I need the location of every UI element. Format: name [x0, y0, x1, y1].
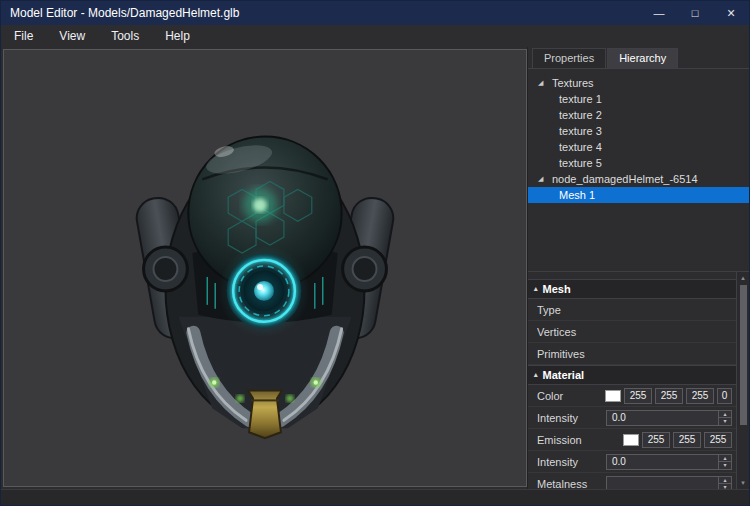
- collapse-icon: ▴: [534, 285, 538, 293]
- prop-row-vertices: Vertices: [528, 321, 736, 343]
- prop-label: Color: [537, 390, 602, 402]
- tree-item-label: Mesh 1: [559, 189, 595, 201]
- tree-item-textures[interactable]: ◢ Textures: [528, 75, 749, 91]
- tree-item-label: texture 3: [559, 125, 602, 137]
- menu-bar: File View Tools Help: [1, 25, 749, 47]
- prop-label: Metalness: [537, 478, 606, 490]
- emission-b-field[interactable]: 255: [704, 432, 732, 448]
- prop-row-color-intensity: Intensity 0.0 ▴ ▾: [528, 407, 736, 429]
- emission-intensity-field[interactable]: 0.0 ▴ ▾: [606, 454, 732, 470]
- section-material[interactable]: ▴ Material: [528, 365, 736, 385]
- menu-file[interactable]: File: [1, 25, 46, 47]
- tree-item-texture-3[interactable]: texture 3: [528, 123, 749, 139]
- status-bar: [1, 489, 749, 505]
- spin-down-icon[interactable]: ▾: [719, 484, 731, 489]
- app-window: Model Editor - Models/DamagedHelmet.glb …: [0, 0, 750, 506]
- tree-item-texture-1[interactable]: texture 1: [528, 91, 749, 107]
- prop-row-color: Color 255 255 255 0: [528, 385, 736, 407]
- tree-item-mesh-1[interactable]: Mesh 1: [528, 187, 749, 203]
- emission-swatch[interactable]: [623, 434, 639, 446]
- tree-item-texture-4[interactable]: texture 4: [528, 139, 749, 155]
- title-bar[interactable]: Model Editor - Models/DamagedHelmet.glb …: [1, 1, 749, 25]
- field-value: 0.0: [612, 456, 626, 467]
- main-content: Properties Hierarchy ◢ Textures texture …: [1, 47, 749, 489]
- viewport-3d[interactable]: [3, 49, 527, 487]
- metalness-field[interactable]: ▴ ▾: [606, 476, 732, 490]
- tree-item-label: texture 5: [559, 157, 602, 169]
- color-b-field[interactable]: 255: [686, 388, 714, 404]
- tree-item-texture-5[interactable]: texture 5: [528, 155, 749, 171]
- menu-help[interactable]: Help: [152, 25, 203, 47]
- properties-list: ▴ Mesh Type Vertices Primitives ▴ Mater: [528, 272, 736, 489]
- tab-hierarchy[interactable]: Hierarchy: [607, 48, 678, 68]
- minimize-button[interactable]: —: [641, 1, 677, 25]
- spin-down-icon[interactable]: ▾: [719, 418, 731, 425]
- maximize-button[interactable]: □: [677, 1, 713, 25]
- prop-label: Emission: [537, 434, 620, 446]
- section-mesh[interactable]: ▴ Mesh: [528, 279, 736, 299]
- spin-up-icon[interactable]: ▴: [719, 455, 731, 463]
- prop-row-emission-intensity: Intensity 0.0 ▴ ▾: [528, 451, 736, 473]
- spinner: ▴ ▾: [718, 411, 731, 425]
- spin-down-icon[interactable]: ▾: [719, 462, 731, 469]
- tree-item-label: Textures: [552, 77, 594, 89]
- scroll-thumb[interactable]: [740, 285, 747, 425]
- emission-r-field[interactable]: 255: [642, 432, 670, 448]
- color-g-field[interactable]: 255: [655, 388, 683, 404]
- properties-pane: ▴ Mesh Type Vertices Primitives ▴ Mater: [528, 271, 749, 489]
- spin-up-icon[interactable]: ▴: [719, 411, 731, 419]
- expander-icon[interactable]: ◢: [538, 79, 552, 87]
- scroll-down-icon[interactable]: ▾: [741, 477, 745, 489]
- spin-up-icon[interactable]: ▴: [719, 477, 731, 485]
- color-a-field[interactable]: 0: [717, 388, 732, 404]
- tree-item-texture-2[interactable]: texture 2: [528, 107, 749, 123]
- prop-row-metalness: Metalness ▴ ▾: [528, 473, 736, 489]
- color-r-field[interactable]: 255: [624, 388, 652, 404]
- prop-row-emission: Emission 255 255 255: [528, 429, 736, 451]
- panel-tabs: Properties Hierarchy: [528, 47, 749, 69]
- prop-label: Intensity: [537, 412, 606, 424]
- prop-label: Vertices: [537, 326, 732, 338]
- close-button[interactable]: ×: [713, 1, 749, 25]
- prop-row-type: Type: [528, 299, 736, 321]
- tree-item-label: texture 4: [559, 141, 602, 153]
- spinner: ▴ ▾: [718, 455, 731, 469]
- prop-label: Intensity: [537, 456, 606, 468]
- window-title: Model Editor - Models/DamagedHelmet.glb: [1, 1, 641, 25]
- tree-item-label: texture 2: [559, 109, 602, 121]
- menu-tools[interactable]: Tools: [98, 25, 152, 47]
- expander-icon[interactable]: ◢: [538, 175, 552, 183]
- emission-g-field[interactable]: 255: [673, 432, 701, 448]
- tab-properties[interactable]: Properties: [532, 48, 606, 68]
- prop-label: Type: [537, 304, 732, 316]
- tree-item-label: node_damagedHelmet_-6514: [552, 173, 698, 185]
- hierarchy-tree: ◢ Textures texture 1 texture 2 texture 3…: [528, 69, 749, 271]
- spinner: ▴ ▾: [718, 477, 731, 490]
- scroll-up-icon[interactable]: ▴: [741, 272, 745, 284]
- field-value: 0.0: [612, 412, 626, 423]
- color-intensity-field[interactable]: 0.0 ▴ ▾: [606, 410, 732, 426]
- section-title: Mesh: [543, 283, 571, 295]
- color-swatch[interactable]: [605, 390, 621, 402]
- tree-item-label: texture 1: [559, 93, 602, 105]
- menu-view[interactable]: View: [46, 25, 98, 47]
- right-panel: Properties Hierarchy ◢ Textures texture …: [527, 47, 749, 489]
- collapse-icon: ▴: [534, 371, 538, 379]
- tree-item-node-damagedhelmet[interactable]: ◢ node_damagedHelmet_-6514: [528, 171, 749, 187]
- section-title: Material: [543, 369, 585, 381]
- prop-row-primitives: Primitives: [528, 343, 736, 365]
- damaged-helmet-model: [4, 50, 526, 486]
- scrollbar[interactable]: ▴ ▾: [736, 272, 749, 489]
- prop-label: Primitives: [537, 348, 732, 360]
